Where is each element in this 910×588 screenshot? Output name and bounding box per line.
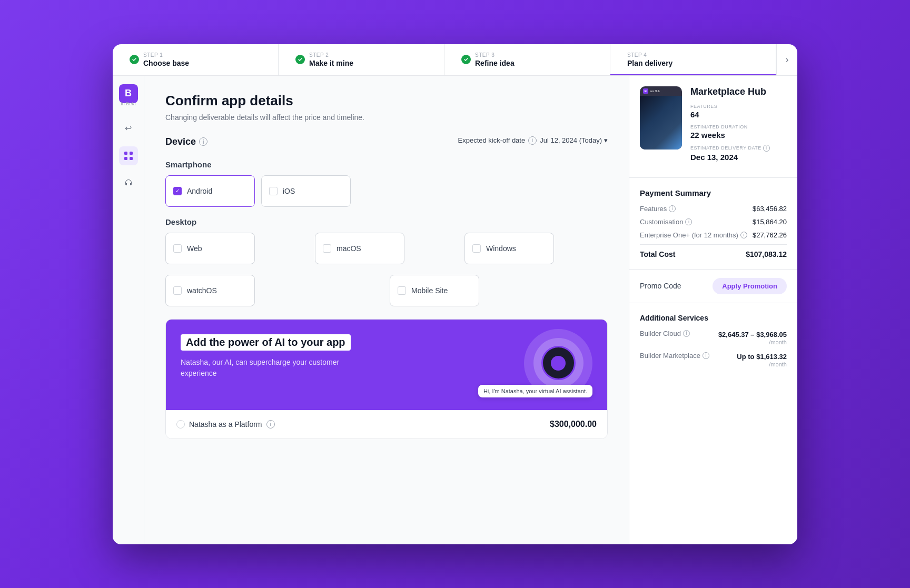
android-option[interactable]: Android [165, 175, 255, 207]
step-3-title: Refine idea [475, 59, 515, 67]
macos-option[interactable]: macOS [315, 233, 404, 264]
ai-option-label: Natasha as a Platform i [176, 420, 275, 428]
step-2-label: STEP 2 [309, 52, 353, 58]
ios-checkbox[interactable] [269, 187, 278, 195]
app-thumbnail: B ace Hub [640, 86, 682, 150]
ai-visual: Hi, I'm Natasha, your virtual AI assista… [477, 334, 592, 397]
natasha-bubble: Hi, I'm Natasha, your virtual AI assista… [478, 385, 592, 397]
enterprise-row: Enterprise One+ (for 12 months) i $27,76… [640, 231, 787, 239]
device-section-title: Device i [165, 136, 207, 147]
ai-banner-title: Add the power of AI to your app [181, 334, 351, 351]
step-2[interactable]: STEP 2 Make it mine [279, 44, 444, 75]
svg-rect-1 [130, 152, 133, 155]
grid-icon[interactable] [119, 146, 138, 165]
customisation-row: Customisation i $15,864.20 [640, 218, 787, 226]
smartphone-label: Smartphone [165, 160, 608, 169]
ios-label: iOS [283, 187, 295, 195]
total-row: Total Cost $107,083.12 [640, 244, 787, 258]
step-4-title: Plan delivery [627, 59, 672, 67]
stepper-next-arrow[interactable]: › [776, 44, 797, 75]
circle-inner [541, 346, 576, 380]
app-name: Marketplace Hub [690, 86, 787, 97]
kickoff-info-icon[interactable]: i [528, 136, 537, 145]
content-area: Confirm app details Changing deliverable… [144, 76, 797, 544]
windows-checkbox[interactable] [472, 244, 481, 253]
svg-rect-3 [130, 157, 133, 160]
kickoff-date[interactable]: Jul 12, 2024 (Today) ▾ [540, 136, 608, 144]
step-4[interactable]: STEP 4 Plan delivery [610, 44, 776, 75]
thumbnail-header: B ace Hub [640, 86, 682, 96]
ai-banner-top: Add the power of AI to your app Natasha,… [166, 320, 607, 410]
android-checkbox[interactable] [173, 187, 182, 195]
mobile-site-checkbox[interactable] [398, 286, 406, 295]
mobile-site-option[interactable]: Mobile Site [390, 275, 479, 306]
builder-marketplace-row: Builder Marketplace i Up to $1,613.32 /m… [640, 352, 787, 367]
android-label: Android [187, 187, 212, 195]
windows-option[interactable]: Windows [464, 233, 554, 264]
delivery-info-icon[interactable]: i [763, 145, 770, 152]
kickoff-label: Expected kick-off date [458, 136, 526, 144]
natasha-radio[interactable] [176, 420, 185, 428]
step-3[interactable]: STEP 3 Refine idea [444, 44, 610, 75]
customisation-info[interactable]: i [685, 218, 692, 225]
ai-banner-text: Add the power of AI to your app Natasha,… [181, 334, 477, 379]
page-title: Confirm app details [165, 93, 608, 109]
app-window: STEP 1 Choose base STEP 2 Make it mine S… [113, 44, 797, 544]
macos-checkbox[interactable] [323, 244, 331, 253]
smartphone-options: Android iOS [165, 175, 608, 207]
device-info-icon[interactable]: i [199, 137, 207, 146]
ai-price: $300,000.00 [550, 420, 597, 429]
delivery-stat: ESTIMATED DELIVERY DATE i Dec 13, 2024 [690, 145, 787, 162]
desktop-options-row1: Web macOS Windows [165, 233, 608, 264]
sidebar-beta-label: In Beta [121, 101, 136, 106]
watchos-option[interactable]: watchOS [165, 275, 255, 306]
mobile-site-label: Mobile Site [411, 286, 448, 295]
step-1-check [130, 55, 139, 64]
thumbnail-img [640, 96, 682, 150]
app-preview: B ace Hub Marketplace Hub FEATURES 64 ES… [629, 76, 797, 178]
promo-label: Promo Code [640, 282, 681, 290]
additional-services: Additional Services Builder Cloud i $2,6… [629, 303, 797, 384]
ios-option[interactable]: iOS [261, 175, 351, 207]
headset-icon[interactable] [119, 174, 138, 193]
macos-label: macOS [337, 244, 361, 253]
kickoff-row: Expected kick-off date i Jul 12, 2024 (T… [458, 136, 608, 145]
right-panel: B ace Hub Marketplace Hub FEATURES 64 ES… [629, 76, 797, 544]
features-cost-info[interactable]: i [669, 205, 676, 212]
step-2-title: Make it mine [309, 59, 353, 67]
web-checkbox[interactable] [173, 244, 182, 253]
svg-rect-0 [124, 152, 127, 155]
step-3-label: STEP 3 [475, 52, 515, 58]
main-layout: B In Beta ↩ Confirm app details Changing… [113, 76, 797, 544]
watchos-label: watchOS [187, 286, 217, 295]
features-cost-row: Features i $63,456.82 [640, 205, 787, 213]
web-option[interactable]: Web [165, 233, 255, 264]
app-info: Marketplace Hub FEATURES 64 ESTIMATED DU… [690, 86, 787, 167]
undo-icon[interactable]: ↩ [119, 119, 138, 138]
ai-banner-bottom[interactable]: Natasha as a Platform i $300,000.00 [166, 410, 607, 438]
cloud-info-icon[interactable]: i [683, 330, 690, 337]
step-1-title: Choose base [143, 59, 189, 67]
watchos-checkbox[interactable] [173, 286, 182, 295]
thumbnail-logo: B [643, 88, 648, 94]
additional-title: Additional Services [640, 314, 787, 322]
circle-dot [551, 356, 566, 371]
sidebar: B In Beta ↩ [113, 76, 144, 544]
main-content: Confirm app details Changing deliverable… [144, 76, 629, 544]
ai-banner-desc: Natasha, our AI, can supercharge your cu… [181, 357, 349, 379]
duration-stat: ESTIMATED DURATION 22 weeks [690, 124, 787, 139]
payment-title: Payment Summary [640, 188, 787, 197]
promo-section: Promo Code Apply Promotion [629, 270, 797, 303]
natasha-info-icon[interactable]: i [266, 420, 275, 428]
apply-promotion-button[interactable]: Apply Promotion [713, 278, 787, 294]
step-1[interactable]: STEP 1 Choose base [113, 44, 279, 75]
step-3-check [461, 55, 471, 64]
stepper: STEP 1 Choose base STEP 2 Make it mine S… [113, 44, 797, 76]
marketplace-info-icon[interactable]: i [703, 352, 709, 359]
enterprise-info[interactable]: i [740, 232, 747, 238]
circle-mid [533, 338, 583, 388]
desktop-label: Desktop [165, 217, 608, 226]
step-2-check [295, 55, 305, 64]
page-subtitle: Changing deliverable details will affect… [165, 113, 608, 122]
step-4-label: STEP 4 [627, 52, 672, 58]
